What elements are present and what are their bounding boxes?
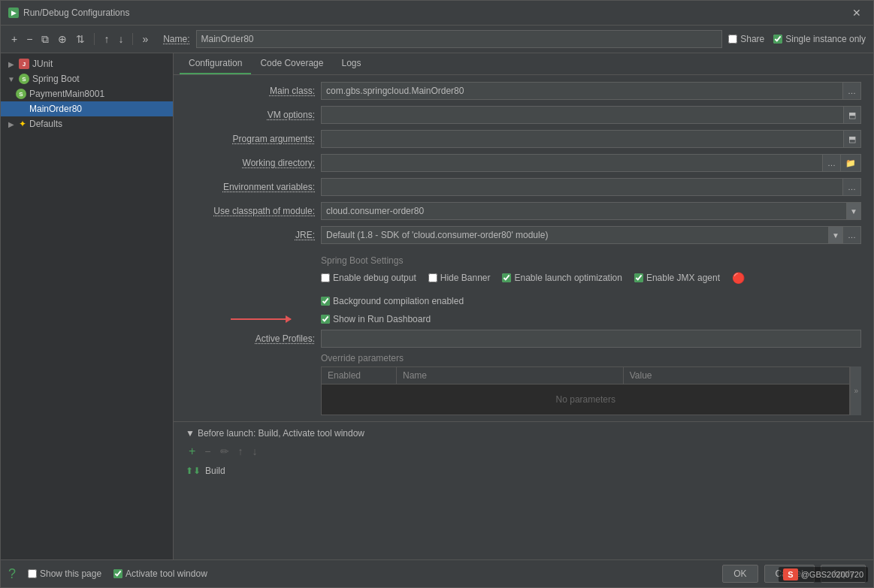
activate-tool-label[interactable]: Activate tool window bbox=[113, 568, 207, 579]
enable-launch-label[interactable]: Enable launch optimization bbox=[502, 273, 621, 283]
close-button[interactable]: ✕ bbox=[848, 5, 866, 20]
build-label: Build bbox=[205, 466, 225, 476]
sidebar-item-junit[interactable]: ▶ J JUnit bbox=[1, 56, 173, 71]
enable-launch-checkbox[interactable] bbox=[502, 273, 511, 282]
copy-config-button[interactable]: ⧉ bbox=[38, 32, 52, 47]
before-launch-add-button[interactable]: + bbox=[186, 443, 198, 460]
main-class-input[interactable] bbox=[321, 82, 843, 100]
vm-options-row: VM options: ⬒ bbox=[186, 105, 861, 125]
footer-bar: ? Show this page Activate tool window OK… bbox=[1, 559, 873, 587]
name-row: + − ⧉ ⊕ ⇅ ↑ ↓ » Name: Share Single insta… bbox=[1, 26, 873, 53]
enable-debug-label[interactable]: Enable debug output bbox=[321, 273, 416, 283]
move-up-button[interactable]: ↑ bbox=[101, 32, 112, 47]
table-body: No parameters bbox=[322, 384, 849, 415]
show-dashboard-label[interactable]: Show in Run Dashboard bbox=[321, 314, 431, 324]
env-vars-label: Environment variables: bbox=[186, 182, 321, 192]
classpath-select[interactable]: cloud.consumer-order80 bbox=[321, 202, 861, 220]
working-dir-input[interactable] bbox=[321, 154, 823, 172]
share-label[interactable]: Share bbox=[728, 34, 764, 44]
override-params-section: Override parameters Enabled Name Value bbox=[321, 353, 861, 415]
table-col-enabled: Enabled bbox=[322, 367, 397, 384]
title-bar: ▶ Run/Debug Configurations ✕ bbox=[1, 1, 873, 26]
show-dashboard-row: Show in Run Dashboard bbox=[186, 309, 861, 329]
move-config-button[interactable]: ⊕ bbox=[55, 32, 70, 47]
main-class-browse-button[interactable]: … bbox=[843, 82, 861, 100]
jre-browse-button[interactable]: … bbox=[843, 226, 861, 244]
working-dir-browse-button[interactable]: … bbox=[823, 154, 841, 172]
background-compilation-label[interactable]: Background compilation enabled bbox=[321, 296, 464, 306]
config-panel: Configuration Code Coverage Logs Main cl… bbox=[174, 53, 873, 559]
help-icon[interactable]: ? bbox=[8, 566, 16, 582]
red-arrow-line bbox=[231, 318, 291, 320]
defaults-icon: ✦ bbox=[19, 119, 26, 129]
main-class-label: Main class: bbox=[186, 86, 321, 96]
env-vars-browse-button[interactable]: … bbox=[843, 178, 861, 196]
add-config-button[interactable]: + bbox=[8, 32, 20, 47]
single-instance-label[interactable]: Single instance only bbox=[773, 34, 866, 44]
toolbar-separator bbox=[94, 33, 95, 45]
enable-jmx-label[interactable]: Enable JMX agent bbox=[634, 273, 720, 283]
show-dashboard-checkbox[interactable] bbox=[321, 315, 330, 324]
before-launch-collapse-arrow[interactable]: ▼ bbox=[186, 428, 195, 439]
env-vars-input[interactable] bbox=[321, 178, 843, 196]
main-content: ▶ J JUnit ▼ S Spring Boot S PaymentMain8… bbox=[1, 53, 873, 559]
enable-jmx-checkbox[interactable] bbox=[634, 273, 643, 282]
remove-config-button[interactable]: − bbox=[23, 32, 35, 47]
toolbar: + − ⧉ ⊕ ⇅ ↑ ↓ » bbox=[8, 32, 151, 47]
table-scroll-button[interactable]: » bbox=[850, 366, 861, 415]
tab-configuration[interactable]: Configuration bbox=[180, 53, 251, 74]
show-page-label[interactable]: Show this page bbox=[28, 568, 101, 579]
spring-boot-checkboxes: Enable debug output Hide Banner Enable l… bbox=[186, 269, 861, 309]
name-input[interactable] bbox=[196, 30, 723, 48]
tab-code-coverage[interactable]: Code Coverage bbox=[251, 53, 332, 74]
jre-select[interactable]: Default (1.8 - SDK of 'cloud.consumer-or… bbox=[321, 226, 843, 244]
build-item: ⬆⬇ Build bbox=[186, 464, 861, 478]
tabs: Configuration Code Coverage Logs bbox=[174, 53, 873, 75]
ok-button[interactable]: OK bbox=[722, 565, 758, 583]
sort-config-button[interactable]: ⇅ bbox=[73, 32, 88, 47]
enable-debug-checkbox[interactable] bbox=[321, 273, 330, 282]
table-header: Enabled Name Value bbox=[322, 367, 849, 384]
dialog-title: Run/Debug Configurations bbox=[23, 8, 129, 18]
share-checkbox[interactable] bbox=[728, 35, 737, 44]
active-profiles-label: Active Profiles: bbox=[186, 333, 321, 344]
before-launch-edit-button[interactable]: ✏ bbox=[217, 444, 232, 459]
warning-icon: 🔴 bbox=[732, 272, 745, 284]
sidebar-item-mainorder[interactable]: MainOrder80 bbox=[1, 101, 173, 116]
watermark-text: @GBS20200720 bbox=[801, 570, 863, 579]
hide-banner-label[interactable]: Hide Banner bbox=[428, 273, 491, 283]
sidebar-item-defaults[interactable]: ▶ ✦ Defaults bbox=[1, 116, 173, 131]
more-button[interactable]: » bbox=[139, 32, 151, 47]
before-launch-down-button[interactable]: ↓ bbox=[249, 444, 261, 459]
single-instance-checkbox[interactable] bbox=[773, 35, 782, 44]
sidebar-item-spring-boot[interactable]: ▼ S Spring Boot bbox=[1, 71, 173, 86]
spring-boot-settings-header: Spring Boot Settings bbox=[321, 249, 861, 269]
title-bar-left: ▶ Run/Debug Configurations bbox=[8, 8, 129, 18]
hide-banner-checkbox[interactable] bbox=[428, 273, 437, 282]
working-dir-folder-button[interactable]: 📁 bbox=[841, 154, 861, 172]
background-compilation-checkbox[interactable] bbox=[321, 297, 330, 306]
sidebar-item-payment[interactable]: S PaymentMain8001 bbox=[1, 86, 173, 101]
before-launch-title: Before launch: Build, Activate tool wind… bbox=[198, 428, 364, 439]
vm-options-label: VM options: bbox=[186, 110, 321, 120]
junit-icon: J bbox=[19, 59, 29, 69]
program-args-expand-button[interactable]: ⬒ bbox=[844, 130, 861, 148]
vm-options-expand-button[interactable]: ⬒ bbox=[844, 106, 861, 124]
working-dir-row: Working directory: … 📁 bbox=[186, 153, 861, 173]
table-main: Enabled Name Value No parameters bbox=[321, 366, 850, 415]
show-page-checkbox[interactable] bbox=[28, 569, 37, 578]
run-debug-icon: ▶ bbox=[8, 8, 19, 18]
no-params-text: No parameters bbox=[550, 388, 621, 411]
red-arrow-head bbox=[286, 315, 292, 323]
tab-logs[interactable]: Logs bbox=[332, 53, 370, 74]
program-args-input[interactable] bbox=[321, 130, 844, 148]
active-profiles-row: Active Profiles: bbox=[186, 329, 861, 348]
form-area: Main class: … VM options: ⬒ Program argu… bbox=[174, 75, 873, 421]
move-down-button[interactable]: ↓ bbox=[115, 32, 126, 47]
before-launch-up-button[interactable]: ↑ bbox=[235, 444, 246, 459]
before-launch-remove-button[interactable]: − bbox=[201, 444, 213, 459]
vm-options-input[interactable] bbox=[321, 106, 844, 124]
active-profiles-input[interactable] bbox=[321, 330, 861, 348]
activate-tool-checkbox[interactable] bbox=[113, 569, 122, 578]
arrow-container bbox=[231, 318, 291, 320]
